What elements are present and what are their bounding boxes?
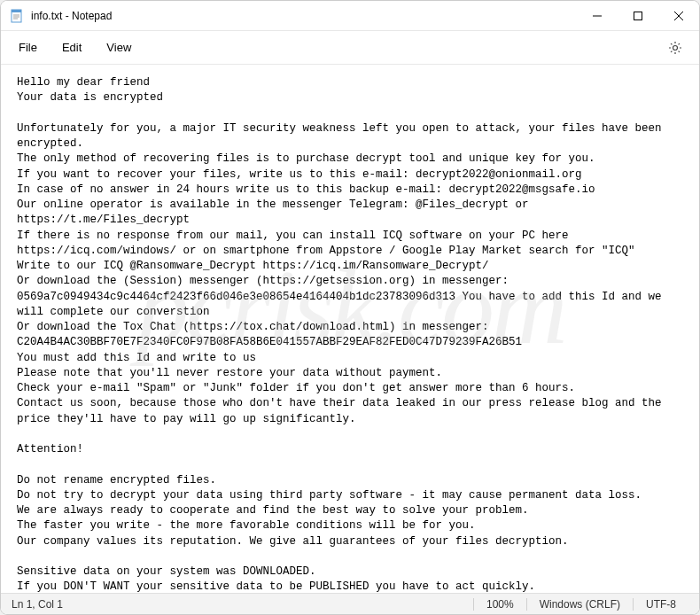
svg-rect-6 [634,12,642,19]
statusbar: Ln 1, Col 1 100% Windows (CRLF) UTF-8 [1,593,699,614]
gear-icon [668,41,682,55]
minimize-button[interactable] [577,1,618,30]
svg-rect-1 [12,10,21,12]
zoom-level: 100% [474,598,526,611]
settings-button[interactable] [660,33,690,63]
window-controls [577,1,699,30]
titlebar: info.txt - Notepad [1,1,699,31]
menu-file[interactable]: File [6,35,50,59]
notepad-icon [10,9,24,23]
menubar: File Edit View [1,31,699,65]
menu-edit[interactable]: Edit [50,35,94,59]
notepad-window: info.txt - Notepad File Edit Vi [0,0,700,615]
cursor-position: Ln 1, Col 1 [12,598,473,611]
line-ending: Windows (CRLF) [527,598,633,611]
close-button[interactable] [658,1,699,30]
text-content[interactable]: Hello my dear friend Your data is encryp… [1,65,699,593]
minimize-icon [593,12,602,20]
window-title: info.txt - Notepad [31,10,577,22]
encoding: UTF-8 [634,598,688,611]
close-icon [674,12,683,20]
maximize-icon [634,12,642,20]
maximize-button[interactable] [618,1,658,30]
menu-view[interactable]: View [94,35,144,59]
